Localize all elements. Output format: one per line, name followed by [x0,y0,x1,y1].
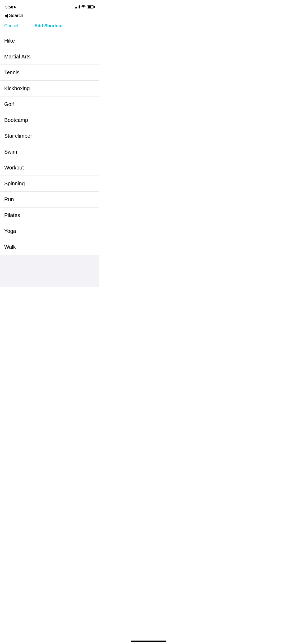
list-item[interactable]: Workout [0,160,99,176]
bottom-area [0,255,99,287]
status-bar: 5:50 ▶ [0,0,99,12]
battery-icon [87,5,94,8]
list-item[interactable]: Hike [0,33,99,49]
list-item-label: Swim [4,149,17,155]
list-item[interactable]: Pilates [0,208,99,223]
list-item-label: Martial Arts [4,54,31,60]
list-item[interactable]: Tennis [0,65,99,81]
list-item[interactable]: Yoga [0,223,99,239]
list-item-label: Hike [4,38,15,44]
list-item[interactable]: Bootcamp [0,112,99,128]
list-item[interactable]: Spinning [0,176,99,192]
list-item-label: Bootcamp [4,117,28,123]
status-icons [75,5,94,9]
list-item-label: Pilates [4,212,20,218]
back-navigation[interactable]: ◀ Search [0,12,99,21]
list-item[interactable]: Walk [0,239,99,255]
back-label: Search [9,13,23,18]
time-label: 5:50 [5,5,13,9]
list-item[interactable]: Golf [0,96,99,112]
status-time: 5:50 ▶ [5,5,16,9]
cancel-button[interactable]: Cancel [4,23,18,29]
list-item[interactable]: Run [0,192,99,208]
list-item[interactable]: Kickboxing [0,81,99,96]
list-item-label: Yoga [4,228,16,234]
shortcut-list: HikeMartial ArtsTennisKickboxingGolfBoot… [0,33,99,255]
list-item-label: Spinning [4,181,25,187]
wifi-icon [81,5,86,9]
list-item-label: Kickboxing [4,85,30,91]
list-item[interactable]: Swim [0,144,99,160]
back-arrow-icon: ◀ [4,13,8,19]
list-item-label: Workout [4,165,24,171]
location-arrow-icon: ▶ [14,5,16,9]
signal-icon [75,5,80,8]
list-item-label: Run [4,196,14,203]
list-item-label: Walk [4,244,16,250]
list-item[interactable]: Stairclimber [0,128,99,144]
list-item-label: Tennis [4,70,20,76]
list-item[interactable]: Martial Arts [0,49,99,65]
nav-bar: Cancel Add Shortcut [0,21,99,33]
list-item-label: Golf [4,101,14,107]
list-item-label: Stairclimber [4,133,32,139]
page-title: Add Shortcut [18,23,79,29]
